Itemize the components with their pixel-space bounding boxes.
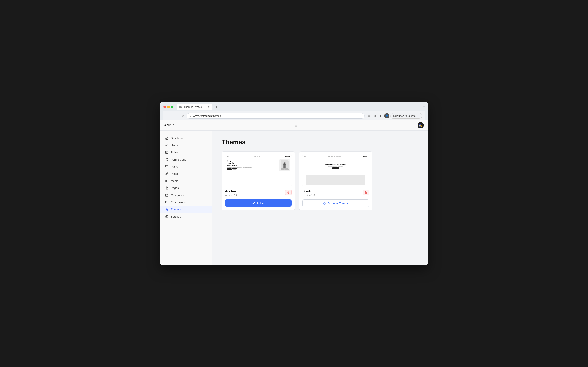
sidebar-item-dashboard[interactable]: Dashboard — [160, 134, 211, 142]
download-button[interactable]: ⬇ — [378, 113, 383, 118]
anchor-delete-button[interactable] — [285, 190, 292, 195]
svg-marker-7 — [165, 208, 168, 211]
themes-grid: WAVE Home Blog About Get Started — [222, 151, 372, 210]
profile-avatar[interactable]: 👤 — [384, 113, 389, 118]
svg-rect-1 — [165, 151, 168, 154]
theme-card-blank: WAVE Home Features Blog Pricing Changelo… — [299, 151, 372, 210]
close-traffic-light[interactable] — [163, 106, 166, 108]
pages-icon — [165, 186, 168, 190]
sidebar-item-themes[interactable]: Themes — [160, 206, 211, 213]
categories-icon — [165, 193, 168, 197]
back-button[interactable]: ← — [166, 113, 171, 118]
changelogs-icon — [165, 200, 168, 204]
sidebar-label-categories: Categories — [171, 194, 184, 197]
settings-icon — [165, 215, 168, 218]
browser-titlebar: W Themes - Wave × + ▾ ← → ↻ ⊙ wave.test/… — [160, 102, 428, 120]
browser-window: W Themes - Wave × + ▾ ← → ↻ ⊙ wave.test/… — [160, 102, 428, 265]
user-avatar[interactable]: 🧙 — [418, 122, 424, 128]
sidebar-item-pages[interactable]: Pages — [160, 184, 211, 192]
anchor-active-button[interactable]: Active — [225, 199, 292, 207]
theme-preview-blank: WAVE Home Features Blog Pricing Changelo… — [302, 155, 369, 186]
sidebar-toggle-button[interactable]: ⊞ — [294, 123, 298, 127]
tab-title: Themes - Wave — [184, 105, 202, 108]
blank-theme-name: Blank — [302, 190, 315, 193]
app-chrome-header: Admin ⊞ 🧙 — [160, 120, 428, 131]
sidebar-label-changelogs: Changelogs — [171, 201, 186, 204]
relaunch-label: Relaunch to update — [393, 114, 416, 117]
themes-icon — [165, 208, 168, 211]
sidebar-item-changelogs[interactable]: Changelogs — [160, 199, 211, 206]
anchor-active-label: Active — [257, 201, 265, 205]
blank-delete-button[interactable] — [363, 190, 369, 195]
sidebar-label-themes: Themes — [171, 208, 181, 211]
roles-icon — [165, 150, 168, 154]
users-icon — [165, 143, 168, 147]
sidebar-label-settings: Settings — [171, 215, 181, 218]
app-title: Admin — [164, 123, 175, 127]
security-icon: ⊙ — [190, 114, 192, 117]
tab-close-btn[interactable]: × — [208, 106, 210, 108]
browser-toolbar: ← → ↻ ⊙ wave.test/admin/themes ☆ ⧉ ⬇ 👤 R… — [163, 111, 425, 120]
sidebar-item-media[interactable]: Media — [160, 177, 211, 184]
blank-activate-label: Activate Theme — [328, 201, 348, 205]
minimize-traffic-light[interactable] — [167, 106, 170, 108]
tab-dropdown-btn[interactable]: ▾ — [423, 105, 425, 108]
home-icon — [165, 136, 168, 140]
sidebar-item-categories[interactable]: Categories — [160, 192, 211, 199]
anchor-theme-info: Anchor version 1.0 — [225, 190, 292, 197]
new-tab-button[interactable]: + — [214, 104, 219, 110]
page-title: Themes — [222, 139, 418, 146]
maximize-traffic-light[interactable] — [171, 106, 174, 108]
sidebar-label-roles: Roles — [171, 151, 178, 154]
svg-point-8 — [166, 216, 167, 217]
plans-icon — [165, 165, 168, 168]
svg-point-0 — [166, 144, 167, 145]
theme-card-anchor: WAVE Home Blog About Get Started — [222, 151, 295, 210]
sidebar-label-dashboard: Dashboard — [171, 137, 185, 140]
forward-button[interactable]: → — [173, 113, 178, 118]
main-content: Themes WAVE Home Blog — [212, 131, 428, 265]
sidebar-label-permissions: Permissions — [171, 158, 186, 161]
sidebar-item-settings[interactable]: Settings — [160, 213, 211, 220]
browser-tabs-row: W Themes - Wave × + ▾ — [163, 104, 425, 110]
sidebar-label-posts: Posts — [171, 172, 178, 175]
relaunch-menu-icon: ⋮ — [417, 114, 419, 117]
sidebar-label-media: Media — [171, 179, 178, 183]
anchor-theme-version: version 1.0 — [225, 194, 238, 197]
sidebar-item-users[interactable]: Users — [160, 142, 211, 149]
sidebar-label-pages: Pages — [171, 186, 179, 190]
toolbar-actions: ☆ ⧉ ⬇ 👤 Relaunch to update ⋮ — [366, 113, 422, 118]
sidebar: Dashboard Users Roles Permissions — [160, 131, 212, 265]
svg-point-4 — [166, 180, 167, 181]
tab-favicon: W — [179, 106, 182, 108]
posts-icon — [165, 172, 168, 175]
app-layout: Dashboard Users Roles Permissions — [160, 131, 428, 265]
sidebar-label-users: Users — [171, 144, 178, 147]
anchor-theme-name: Anchor — [225, 190, 238, 193]
shield-icon — [165, 158, 168, 161]
extensions-button[interactable]: ⧉ — [372, 113, 377, 118]
blank-theme-info: Blank version 1.0 — [302, 190, 369, 197]
url-text: wave.test/admin/themes — [193, 114, 221, 117]
sidebar-item-roles[interactable]: Roles — [160, 149, 211, 156]
reload-button[interactable]: ↻ — [180, 113, 185, 118]
sidebar-item-plans[interactable]: Plans — [160, 163, 211, 170]
relaunch-button[interactable]: Relaunch to update ⋮ — [390, 113, 422, 118]
blank-activate-button[interactable]: Activate Theme — [302, 199, 369, 207]
sidebar-item-permissions[interactable]: Permissions — [160, 156, 211, 163]
media-icon — [165, 179, 168, 183]
svg-rect-2 — [165, 166, 168, 167]
blank-theme-version: version 1.0 — [302, 194, 315, 197]
sidebar-label-plans: Plans — [171, 165, 178, 168]
sidebar-item-posts[interactable]: Posts — [160, 170, 211, 177]
bookmark-button[interactable]: ☆ — [366, 113, 371, 118]
browser-tab-active[interactable]: W Themes - Wave × — [177, 104, 212, 109]
address-bar[interactable]: ⊙ wave.test/admin/themes — [186, 113, 365, 118]
traffic-lights — [163, 106, 174, 108]
theme-preview-anchor: WAVE Home Blog About Get Started — [225, 155, 292, 186]
